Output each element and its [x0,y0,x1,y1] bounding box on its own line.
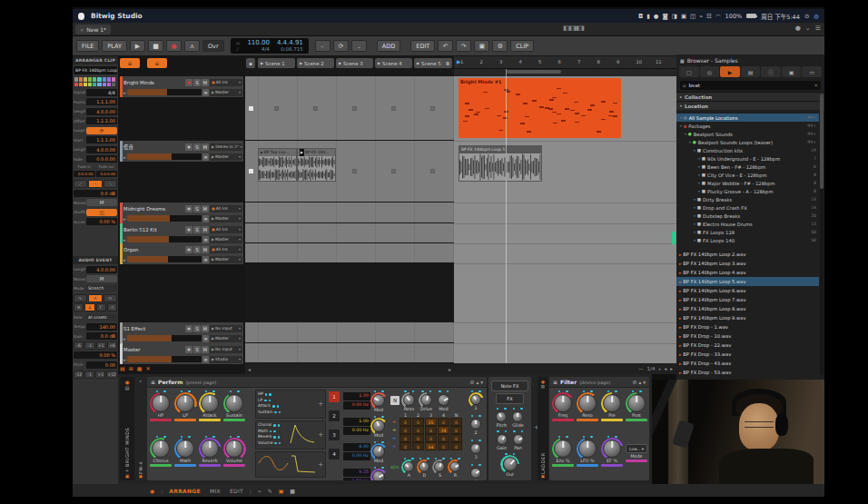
midi-monitor-icon[interactable]: ⌁ [258,488,261,494]
stats-icon[interactable]: ☷ [706,13,712,20]
knob-freq[interactable]: Freq [552,390,574,421]
fm4-prev-icon[interactable]: ▴ [476,380,478,385]
track-header[interactable]: Berlin 512 Kit●SM▣All ins▾▸≡▶Master▾ [120,223,243,244]
accent-value[interactable]: 0.00 % [86,218,117,225]
stop-column-header[interactable]: ▪ [246,58,255,68]
solo-button[interactable]: S [193,226,201,233]
automation-write-icon[interactable]: ⋏ [184,40,200,52]
arm-button[interactable]: ● [185,79,192,86]
browser-tab-multisamples-icon[interactable]: ▤ [741,66,761,77]
browser-tree-item[interactable]: ▾●Beatport Sounds Loops (teaser)99+ [676,138,819,146]
pen-tool-icon[interactable]: ✎ [268,488,272,494]
browser-section-collection[interactable]: ▸Collection [676,92,824,101]
clip-field-0-value[interactable]: 4/4 [86,89,117,96]
overdub-toggle[interactable]: Ovr [202,40,224,52]
palette-swatch-15[interactable] [103,83,106,87]
fm4-next-icon[interactable]: ▾ [480,380,483,385]
grain-medium-button[interactable]: ∩ [88,294,102,302]
track-name[interactable]: S1 Effect [123,326,184,331]
launcher-lane[interactable] [245,343,454,362]
device-power-icon[interactable]: ◉ [124,379,129,385]
stretch-mode-dropdown[interactable]: Stretch [86,285,117,292]
arranger-midi-clip[interactable]: Bright Minds #1 [459,78,621,138]
track-menu-button[interactable]: ≡ [202,335,209,342]
undo-button[interactable]: ↶ [438,40,453,52]
clip-view-button[interactable]: CLIP [510,40,534,52]
launcher-scrollbar[interactable]: ◂▸ [245,363,454,374]
browser-tree-item[interactable]: ▾■City Of Vice - E - 128bpm8 [676,171,819,179]
mod-slot-4[interactable]: 4 [329,449,340,460]
fade-shape-a-button[interactable]: ⟋ [74,180,87,188]
browser-tree-item[interactable]: ▾■Construction kits19 [676,146,819,154]
menubar-clock[interactable]: 周日 下午5:44 [761,12,800,21]
launcher-lane[interactable] [245,322,454,342]
matrix-cell[interactable]: 0 [412,442,424,450]
track-header[interactable]: S1 Effect●SM▶No input▾▸≡▶Master▾ [120,322,243,343]
knob-attack[interactable]: Attack [199,390,221,421]
mod-rate-value[interactable]: 0.00 Hz [343,427,370,435]
knob-lp[interactable]: LP [174,390,196,421]
knob-reverb[interactable]: Reverb [199,435,221,467]
edit-button[interactable]: EDIT [410,40,435,52]
track-menu-button[interactable]: ≡ [202,236,209,243]
output-dropdown[interactable]: ▶Master▾ [210,335,242,342]
knob-sustain[interactable]: Sustain [223,390,245,421]
play-menu-button[interactable]: PLAY [102,40,127,52]
matrix-cell[interactable]: 0 [425,426,437,434]
palette-swatch-5[interactable] [97,77,101,82]
browser-tree-item[interactable]: ▾■Dubstep Breaks20 [676,212,819,220]
mod-rate-value[interactable]: -1.56 Hz [343,478,370,480]
palette-swatch-8[interactable] [112,77,115,82]
browser-tree-item[interactable]: ▾■Dirty Breaks13 [676,195,819,203]
keyboard-icon[interactable]: ◨ [672,13,677,20]
device-io-icon[interactable]: ▣ [125,473,130,479]
matrix-cell[interactable]: 28 [438,426,449,434]
solo-button[interactable]: S [193,205,201,212]
palette-swatch-14[interactable] [97,83,101,87]
track-name[interactable]: Master [123,347,184,352]
browser-tree-item[interactable]: ▾●Beatport Sounds99+ [676,130,819,138]
track-volume-fader[interactable] [127,236,202,242]
mod-rate-value[interactable]: 0.00 Hz [343,401,370,410]
pitch-step-+1[interactable]: +1 [95,371,105,379]
knob-chorus[interactable]: Chorus [150,435,172,467]
redo-button[interactable]: ↷ [456,40,471,52]
palette-swatch-7[interactable] [107,77,111,82]
grain-small-button[interactable]: ∿ [74,294,87,302]
browser-file-item[interactable]: ▸BP FX Drop - 43.wav [676,359,819,368]
track-header[interactable]: Organ●SM▣All ins▾▸≡▶Master▾ [120,243,243,264]
arranger-audio-clip[interactable]: BP FX 140bpm Loop 5 [459,145,542,182]
browser-tree-item[interactable]: ▾■Drop and Crash FX14 [676,203,819,212]
gain-step--6[interactable]: -6 [74,341,84,350]
track-menu-button[interactable]: ≡ [202,215,209,222]
track-volume-fader[interactable] [127,153,202,160]
pitch-step-+12[interactable]: +12 [106,371,117,379]
op-knob-drive[interactable]: Drive [420,390,432,411]
matrix-cell[interactable]: 0 [399,418,411,426]
mod-add-3-button[interactable]: + [316,461,325,469]
knob-math[interactable]: Math [174,435,196,467]
vslot-knob-3[interactable]: 3 [470,439,481,460]
control-center-icon[interactable]: ◍ [814,13,819,20]
output-dropdown[interactable]: ▶Studio▾ [210,356,242,363]
matrix-cell[interactable]: 0 [450,434,462,442]
browser-file-item[interactable]: ▸BP FX Drop - 33.wav [676,350,819,359]
matrix-cell[interactable]: 0 [438,442,449,450]
track-menu-button[interactable]: ≡ [202,256,209,263]
browser-file-item[interactable]: ▸BP FX Drop - 22.wav [676,341,819,350]
snap-grid-value[interactable]: 1/4 [647,366,656,371]
punch-in-icon[interactable]: ⌐ [315,40,330,52]
filter-wrench-icon[interactable]: ⚙ [633,380,637,385]
zoom-fit-icon[interactable]: — [638,366,644,371]
mod-slot-1[interactable]: 1 [329,391,340,402]
output-dropdown[interactable]: ▶Master▾ [210,153,242,161]
fill-icon[interactable]: ⌄ [351,40,367,52]
fm4-wrench-icon[interactable]: ⚙ [470,380,475,385]
matrix-cell[interactable]: 0 [425,434,437,442]
matrix-cell[interactable]: 0 [412,426,424,434]
launcher-lane[interactable] [245,76,454,140]
playhead-time[interactable]: 0:08.715 [277,46,303,53]
fm4-rack-strip[interactable]: ▸ FM-4 ▣ [135,377,146,480]
screen-rec-icon[interactable]: ◘ [638,13,643,20]
mod-amount-value[interactable]: 4.00 [343,443,370,451]
